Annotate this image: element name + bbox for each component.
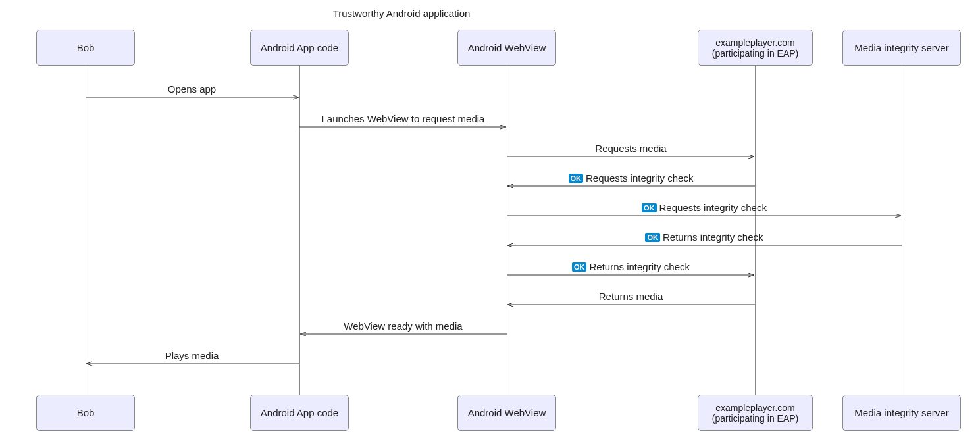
msg-returns-integrity-2: OKReturns integrity check <box>507 261 755 272</box>
msg-webview-ready: WebView ready with media <box>299 320 507 332</box>
msg-returns-integrity-1: OKReturns integrity check <box>507 232 902 243</box>
actor-site-bottom: exampleplayer.com (participating in EAP) <box>698 395 813 431</box>
ok-badge: OK <box>572 262 587 272</box>
arrows-layer <box>0 0 980 444</box>
msg-returns-media: Returns media <box>507 291 755 302</box>
msg-text: Requests integrity check <box>659 202 767 213</box>
actor-bob-bottom: Bob <box>36 395 135 431</box>
msg-text: Returns integrity check <box>663 232 763 243</box>
lifeline-bob <box>86 66 86 395</box>
actor-bob-top: Bob <box>36 30 135 66</box>
actor-webview-bottom: Android WebView <box>457 395 556 431</box>
msg-requests-integrity-2: OKRequests integrity check <box>507 202 902 213</box>
ok-badge: OK <box>569 174 584 183</box>
actor-app-top: Android App code <box>250 30 349 66</box>
msg-opens-app: Opens app <box>86 84 298 95</box>
actor-webview-top: Android WebView <box>457 30 556 66</box>
lifeline-server <box>902 66 902 395</box>
actor-app-bottom: Android App code <box>250 395 349 431</box>
ok-badge: OK <box>645 233 660 242</box>
msg-launches-webview: Launches WebView to request media <box>299 113 507 124</box>
actor-site-top: exampleplayer.com (participating in EAP) <box>698 30 813 66</box>
ok-badge: OK <box>642 203 657 212</box>
msg-requests-integrity-1: OKRequests integrity check <box>507 172 755 184</box>
diagram-title: Trustworthy Android application <box>296 8 507 19</box>
msg-text: Requests integrity check <box>586 172 693 184</box>
lifeline-webview <box>507 66 507 395</box>
msg-plays-media: Plays media <box>86 350 298 361</box>
msg-text: Returns integrity check <box>589 261 690 272</box>
actor-server-top: Media integrity server <box>842 30 961 66</box>
actor-server-bottom: Media integrity server <box>842 395 961 431</box>
lifeline-site <box>755 66 756 395</box>
msg-requests-media: Requests media <box>507 143 755 154</box>
